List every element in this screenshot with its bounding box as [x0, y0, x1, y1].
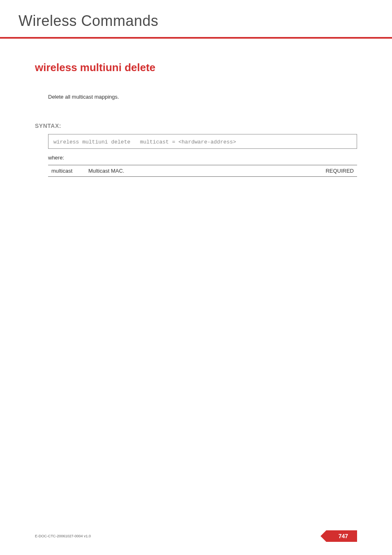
syntax-box: wireless multiuni delete multicast = <ha…: [48, 134, 357, 149]
page-header: Wireless Commands: [0, 0, 392, 30]
param-requirement: REQUIRED: [316, 165, 357, 177]
page-title: Wireless Commands: [18, 12, 392, 30]
syntax-code: wireless multiuni delete multicast = <ha…: [53, 139, 236, 145]
syntax-label: SYNTAX:: [35, 123, 357, 129]
content-area: wireless multiuni delete Delete all mult…: [0, 39, 392, 177]
page-footer: E-DOC-CTC-20061027-0004 v1.0 747: [0, 530, 392, 542]
param-description: Multicast MAC.: [85, 165, 316, 177]
page-number-badge: 747: [326, 530, 357, 542]
param-name: multicast: [48, 165, 85, 177]
table-row: multicast Multicast MAC. REQUIRED: [48, 165, 357, 177]
command-description: Delete all multicast mappings.: [48, 94, 357, 100]
param-table: multicast Multicast MAC. REQUIRED: [48, 165, 357, 177]
doc-id: E-DOC-CTC-20061027-0004 v1.0: [35, 534, 91, 538]
command-title: wireless multiuni delete: [35, 61, 357, 74]
where-label: where:: [48, 155, 357, 161]
